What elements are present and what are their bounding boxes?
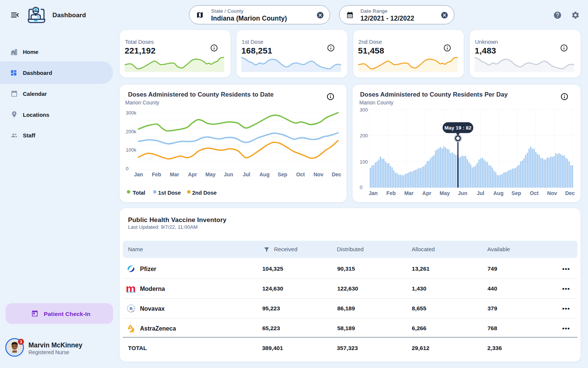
- svg-text:3: 3: [20, 340, 22, 344]
- svg-text:n: n: [130, 306, 132, 311]
- svg-text:May 19 : 82: May 19 : 82: [444, 125, 471, 131]
